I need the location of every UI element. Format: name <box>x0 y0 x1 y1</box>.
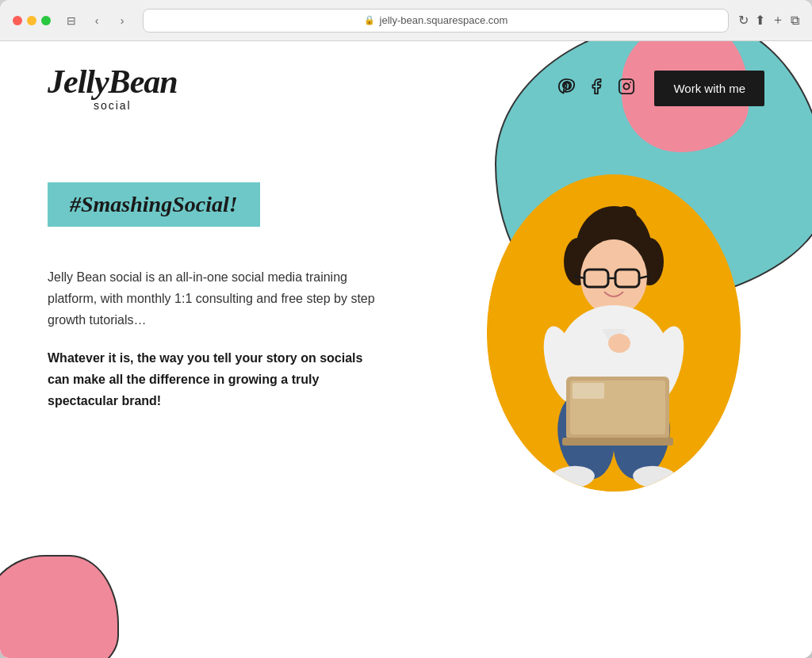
address-bar[interactable]: 🔒 jelly-bean.squarespace.com <box>143 9 729 33</box>
pinterest-icon[interactable] <box>557 78 575 99</box>
main-content: #SmashingSocial! Jelly Bean social is an… <box>0 119 812 507</box>
lock-icon: 🔒 <box>364 15 375 25</box>
minimize-button[interactable] <box>27 16 36 25</box>
svg-rect-23 <box>573 383 604 399</box>
tabs-icon[interactable]: ⧉ <box>791 13 799 28</box>
svg-point-25 <box>608 334 630 353</box>
person-oval <box>487 174 741 492</box>
share-icon[interactable]: ⬆ <box>755 13 765 28</box>
hashtag-banner: #SmashingSocial! <box>48 182 260 227</box>
traffic-lights <box>13 16 51 25</box>
instagram-icon[interactable] <box>618 78 635 99</box>
url-display: jelly-bean.squarespace.com <box>380 14 508 26</box>
logo-script: JellyBean <box>48 65 178 98</box>
left-column: #SmashingSocial! Jelly Bean social is an… <box>48 135 463 492</box>
description-text: Jelly Bean social is an all-in-one socia… <box>48 266 381 331</box>
svg-point-5 <box>615 206 637 225</box>
pink-blob-bottom <box>0 555 119 658</box>
close-button[interactable] <box>13 16 22 25</box>
reload-button[interactable]: ↻ <box>738 13 749 28</box>
logo-area: JellyBean social <box>48 65 178 111</box>
social-icons <box>557 78 635 99</box>
bold-statement: Whatever it is, the way you tell your st… <box>48 347 381 412</box>
person-container <box>487 174 741 492</box>
sidebar-toggle-button[interactable]: ⊟ <box>60 10 82 32</box>
nav-right: Work with me <box>557 71 764 106</box>
back-button[interactable]: ‹ <box>86 10 108 32</box>
browser-chrome: ⊟ ‹ › 🔒 jelly-bean.squarespace.com ↻ ⬆ ＋… <box>0 0 812 41</box>
browser-actions: ↻ ⬆ ＋ ⧉ <box>738 12 799 29</box>
website-content: JellyBean social <box>0 41 812 658</box>
logo-sub: social <box>48 100 178 111</box>
svg-rect-0 <box>619 78 634 93</box>
person-illustration <box>487 174 741 492</box>
browser-window: ⊟ ‹ › 🔒 jelly-bean.squarespace.com ↻ ⬆ ＋… <box>0 0 812 658</box>
facebook-icon[interactable] <box>588 78 605 99</box>
site-header: JellyBean social <box>0 41 812 119</box>
maximize-button[interactable] <box>41 16 51 25</box>
browser-nav: ⊟ ‹ › <box>60 10 133 32</box>
new-tab-icon[interactable]: ＋ <box>772 12 784 29</box>
forward-button[interactable]: › <box>111 10 133 32</box>
right-column <box>463 135 764 492</box>
hashtag-text: #SmashingSocial! <box>70 192 238 216</box>
svg-rect-24 <box>562 438 673 446</box>
work-with-me-button[interactable]: Work with me <box>654 71 764 106</box>
